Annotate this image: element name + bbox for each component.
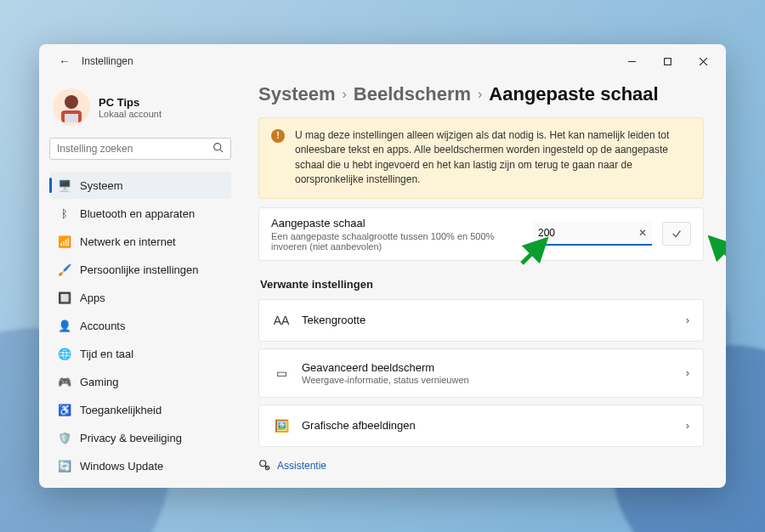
svg-point-8	[214, 144, 221, 150]
search-icon	[212, 142, 224, 156]
minimize-button[interactable]	[614, 48, 649, 75]
nav-item-8[interactable]: ♿Toegankelijkheid	[49, 396, 231, 423]
row-icon: 🖼️	[273, 417, 290, 434]
warning-text: U mag deze instellingen alleen wijzigen …	[295, 128, 691, 188]
nav-label: Systeem	[80, 179, 123, 192]
nav-item-10[interactable]: 🔄Windows Update	[49, 452, 231, 479]
nav-icon: 🎮	[58, 375, 71, 388]
maximize-button[interactable]	[649, 48, 685, 75]
nav-item-0[interactable]: 🖥️Systeem	[49, 172, 231, 199]
nav-item-6[interactable]: 🌐Tijd en taal	[49, 340, 231, 367]
profile-name: PC Tips	[99, 96, 162, 109]
row-icon: AA	[273, 312, 290, 329]
help-link[interactable]: Assistentie	[258, 459, 704, 473]
custom-scale-card: Aangepaste schaal Een aangepaste schaalg…	[258, 207, 704, 261]
nav-item-7[interactable]: 🎮Gaming	[49, 368, 231, 395]
nav-icon: ♿	[58, 403, 71, 416]
scale-title: Aangepaste schaal	[271, 217, 523, 229]
chevron-right-icon: ›	[686, 314, 689, 326]
help-icon	[258, 459, 270, 473]
nav-label: Gaming	[80, 376, 119, 388]
crumb-beeldscherm[interactable]: Beeldscherm	[354, 83, 471, 105]
breadcrumb: Systeem › Beeldscherm › Aangepaste schaa…	[258, 83, 704, 105]
nav-label: Accounts	[80, 320, 125, 332]
row-title: Tekengrootte	[302, 314, 366, 326]
row-icon: ▭	[273, 365, 290, 382]
related-row-2[interactable]: 🖼️Grafische afbeeldingen›	[258, 405, 704, 447]
nav-item-9[interactable]: 🛡️Privacy & beveiliging	[49, 424, 231, 451]
nav-icon: 🔄	[58, 459, 71, 473]
warning-icon: !	[271, 129, 285, 143]
nav-item-4[interactable]: 🔲Apps	[49, 284, 231, 311]
avatar	[53, 88, 90, 126]
related-row-0[interactable]: AATekengrootte›	[258, 299, 704, 342]
help-label: Assistentie	[277, 460, 326, 472]
chevron-right-icon: ›	[686, 366, 689, 379]
nav-icon: 👤	[58, 319, 71, 332]
search-box[interactable]	[49, 138, 231, 160]
window-title: Instellingen	[82, 55, 133, 67]
settings-window: ← Instellingen PC Tips Lokaal account	[39, 44, 726, 488]
nav-list: 🖥️SysteemᛒBluetooth en apparaten📶Netwerk…	[49, 172, 231, 479]
nav-label: Netwerk en internet	[80, 235, 176, 248]
nav-label: Windows Update	[80, 460, 163, 473]
svg-point-10	[260, 460, 266, 466]
nav-icon: 🖌️	[58, 263, 71, 276]
nav-label: Apps	[80, 291, 105, 304]
main-pane: Systeem › Beeldscherm › Aangepaste schaa…	[241, 78, 726, 488]
warning-banner: ! U mag deze instellingen alleen wijzige…	[258, 117, 704, 199]
nav-icon: ᛒ	[58, 207, 71, 220]
chevron-right-icon: ›	[343, 87, 347, 102]
nav-item-5[interactable]: 👤Accounts	[49, 312, 231, 339]
scale-input[interactable]	[533, 222, 652, 246]
nav-item-2[interactable]: 📶Netwerk en internet	[49, 228, 231, 255]
chevron-right-icon: ›	[478, 87, 482, 102]
nav-icon: 📶	[58, 235, 71, 248]
profile-block[interactable]: PC Tips Lokaal account	[49, 83, 231, 134]
sidebar: PC Tips Lokaal account 🖥️SysteemᛒBluetoo…	[39, 78, 241, 488]
nav-label: Toegankelijkheid	[80, 404, 162, 416]
nav-item-3[interactable]: 🖌️Persoonlijke instellingen	[49, 256, 231, 283]
row-desc: Weergave-informatie, status vernieuwen	[302, 375, 469, 385]
crumb-systeem[interactable]: Systeem	[258, 83, 336, 105]
nav-icon: 🔲	[58, 291, 71, 304]
nav-icon: 🛡️	[58, 431, 71, 444]
profile-subtitle: Lokaal account	[99, 109, 162, 119]
nav-item-1[interactable]: ᛒBluetooth en apparaten	[49, 200, 231, 227]
row-title: Grafische afbeeldingen	[302, 419, 416, 432]
nav-label: Persoonlijke instellingen	[80, 263, 198, 276]
svg-line-9	[220, 150, 223, 152]
crumb-current: Aangepaste schaal	[489, 83, 658, 105]
close-button[interactable]	[685, 48, 721, 75]
svg-rect-7	[65, 114, 78, 122]
back-button[interactable]: ←	[54, 54, 75, 68]
confirm-button[interactable]	[662, 222, 691, 246]
chevron-right-icon: ›	[686, 419, 689, 432]
clear-icon[interactable]: ✕	[638, 227, 647, 239]
related-heading: Verwante instellingen	[260, 278, 704, 291]
search-input[interactable]	[57, 143, 212, 155]
related-row-1[interactable]: ▭Geavanceerd beeldschermWeergave-informa…	[258, 348, 704, 398]
nav-label: Bluetooth en apparaten	[80, 207, 195, 220]
nav-icon: 🌐	[58, 347, 71, 360]
svg-point-5	[65, 95, 78, 109]
nav-label: Tijd en taal	[80, 348, 133, 360]
titlebar: ← Instellingen	[39, 44, 726, 78]
svg-rect-1	[664, 58, 671, 65]
scale-desc: Een aangepaste schaalgrootte tussen 100%…	[271, 231, 509, 252]
nav-icon: 🖥️	[58, 178, 71, 192]
nav-label: Privacy & beveiliging	[80, 432, 182, 444]
row-title: Geavanceerd beeldscherm	[302, 361, 469, 374]
